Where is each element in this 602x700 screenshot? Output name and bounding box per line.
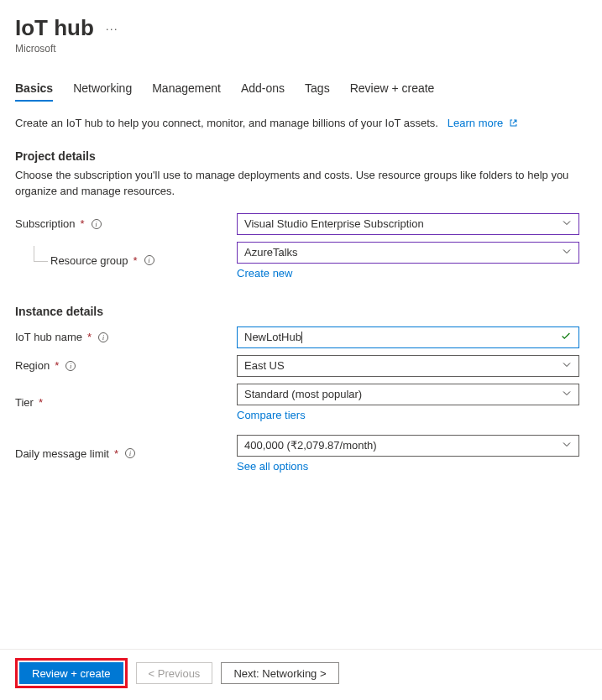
daily-limit-value: 400,000 (₹2,079.87/month)	[244, 439, 377, 452]
region-dropdown[interactable]: East US	[237, 355, 579, 377]
previous-button: < Previous	[136, 662, 213, 684]
tier-value: Standard (most popular)	[244, 388, 362, 400]
region-label: Region* i	[15, 359, 237, 372]
tab-management[interactable]: Management	[152, 81, 221, 102]
project-details-heading: Project details	[15, 149, 587, 163]
daily-limit-dropdown[interactable]: 400,000 (₹2,079.87/month)	[237, 435, 579, 457]
chevron-down-icon	[562, 359, 572, 372]
resource-group-label: Resource group* i	[15, 254, 237, 267]
chevron-down-icon	[562, 246, 572, 259]
info-icon[interactable]: i	[92, 219, 102, 229]
subscription-label: Subscription* i	[15, 217, 237, 230]
create-new-link[interactable]: Create new	[237, 267, 579, 279]
chevron-down-icon	[562, 217, 572, 230]
intro-text: Create an IoT hub to help you connect, m…	[15, 117, 587, 129]
iot-hub-name-input[interactable]: NewLotHub	[237, 326, 579, 348]
tab-strip: Basics Networking Management Add-ons Tag…	[15, 81, 587, 102]
tier-label: Tier*	[15, 396, 237, 409]
region-value: East US	[244, 359, 285, 372]
tab-tags[interactable]: Tags	[305, 81, 330, 102]
tab-basics[interactable]: Basics	[15, 81, 53, 102]
instance-details-heading: Instance details	[15, 305, 587, 318]
resource-group-dropdown[interactable]: AzureTalks	[237, 242, 579, 264]
resource-group-value: AzureTalks	[244, 246, 298, 259]
info-icon[interactable]: i	[144, 255, 154, 265]
see-all-options-link[interactable]: See all options	[237, 460, 579, 473]
subscription-value: Visual Studio Enterprise Subscription	[244, 217, 424, 230]
intro-body: Create an IoT hub to help you connect, m…	[15, 117, 438, 129]
project-details-desc: Choose the subscription you'll use to ma…	[15, 168, 587, 200]
page-title: IoT hub	[15, 15, 94, 41]
publisher-label: Microsoft	[15, 43, 587, 55]
learn-more-label: Learn more	[448, 117, 503, 129]
chevron-down-icon	[562, 388, 572, 400]
tab-networking[interactable]: Networking	[73, 81, 132, 102]
iot-hub-name-label: IoT hub name* i	[15, 331, 237, 343]
iot-hub-name-value: NewLotHub	[244, 331, 301, 343]
daily-limit-label: Daily message limit* i	[15, 447, 237, 460]
external-link-icon	[509, 118, 518, 128]
check-icon	[560, 330, 572, 344]
tab-addons[interactable]: Add-ons	[241, 81, 285, 102]
review-create-button[interactable]: Review + create	[19, 662, 123, 684]
next-button[interactable]: Next: Networking >	[221, 662, 338, 684]
info-icon[interactable]: i	[98, 332, 108, 342]
compare-tiers-link[interactable]: Compare tiers	[237, 409, 579, 421]
info-icon[interactable]: i	[125, 448, 135, 458]
chevron-down-icon	[562, 439, 572, 452]
learn-more-link[interactable]: Learn more	[448, 117, 518, 129]
tab-review[interactable]: Review + create	[350, 81, 435, 102]
wizard-footer: Review + create < Previous Next: Network…	[0, 649, 602, 700]
subscription-dropdown[interactable]: Visual Studio Enterprise Subscription	[237, 213, 579, 235]
more-menu-icon[interactable]: ···	[106, 23, 118, 34]
tier-dropdown[interactable]: Standard (most popular)	[237, 384, 579, 405]
info-icon[interactable]: i	[65, 361, 76, 371]
